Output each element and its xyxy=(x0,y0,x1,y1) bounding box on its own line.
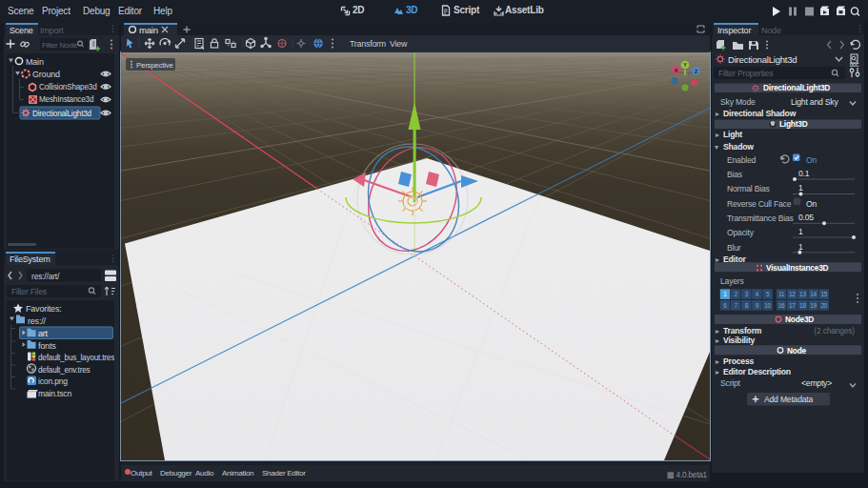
svg-text:▸: ▸ xyxy=(716,131,719,139)
svg-text:res://: res:// xyxy=(28,316,47,326)
svg-text:main.tscn: main.tscn xyxy=(38,389,71,398)
svg-text:Enabled: Enabled xyxy=(727,155,757,165)
svg-text:Script: Script xyxy=(720,378,741,388)
svg-text:Blur: Blur xyxy=(727,243,741,253)
svg-text:▸: ▸ xyxy=(716,368,719,376)
svg-text:Light: Light xyxy=(723,130,742,139)
svg-text:Light and Sky: Light and Sky xyxy=(791,97,838,107)
svg-text:default_env.tres: default_env.tres xyxy=(38,366,91,375)
svg-text:▸: ▸ xyxy=(716,110,719,118)
svg-text:▸: ▸ xyxy=(716,357,719,366)
svg-text:16: 16 xyxy=(778,302,785,309)
svg-text:Layers: Layers xyxy=(720,276,744,286)
svg-text:Transform: Transform xyxy=(723,326,762,336)
svg-text:Light3D: Light3D xyxy=(779,119,808,129)
svg-text:Process: Process xyxy=(723,356,754,366)
svg-text:1: 1 xyxy=(798,242,803,252)
svg-text:▸: ▸ xyxy=(716,255,719,264)
svg-text:13: 13 xyxy=(799,291,806,297)
svg-text:Editor Description: Editor Description xyxy=(723,367,791,376)
svg-text:default_bus_layout.tres: default_bus_layout.tres xyxy=(38,354,114,362)
svg-text:Reverse Cull Face: Reverse Cull Face xyxy=(727,199,792,209)
svg-text:▾: ▾ xyxy=(715,143,718,152)
svg-text:12: 12 xyxy=(789,291,796,297)
svg-text:15: 15 xyxy=(820,291,827,297)
svg-text:Y: Y xyxy=(683,62,687,68)
svg-text:Opacity: Opacity xyxy=(727,228,755,237)
svg-text:X: X xyxy=(675,68,678,73)
svg-text:Filter Node: Filter Node xyxy=(42,41,78,50)
svg-text:▸: ▸ xyxy=(716,336,719,345)
svg-text:main: main xyxy=(139,25,158,35)
svg-text:Ground: Ground xyxy=(32,70,60,79)
svg-text:Filter Properties: Filter Properties xyxy=(718,69,773,78)
svg-text:17: 17 xyxy=(789,302,796,309)
svg-text:<empty>: <empty> xyxy=(801,378,832,388)
svg-text:Add Metadata: Add Metadata xyxy=(764,395,814,404)
svg-text:Directional Shadow: Directional Shadow xyxy=(723,109,797,118)
svg-text:Filter Files: Filter Files xyxy=(11,287,47,296)
svg-text:Visibility: Visibility xyxy=(723,336,756,345)
svg-text:Normal Bias: Normal Bias xyxy=(727,184,770,193)
svg-text:VisualInstance3D: VisualInstance3D xyxy=(766,263,829,273)
svg-text:art: art xyxy=(38,329,49,338)
svg-text:Main: Main xyxy=(26,57,44,67)
svg-text:Transform: Transform xyxy=(350,39,386,49)
svg-text:Z: Z xyxy=(695,69,698,74)
svg-text:View: View xyxy=(390,39,408,49)
svg-text:Favorites:: Favorites: xyxy=(26,304,62,314)
svg-text:icon.png: icon.png xyxy=(38,376,68,386)
svg-text:(2 changes): (2 changes) xyxy=(814,326,855,336)
svg-text:On: On xyxy=(806,199,817,209)
svg-text:CollisionShape3d: CollisionShape3d xyxy=(39,83,97,92)
svg-text:11: 11 xyxy=(778,291,785,297)
svg-text:0.1: 0.1 xyxy=(798,169,810,178)
svg-text:Bias: Bias xyxy=(727,170,742,179)
svg-text:Transmittance Bias: Transmittance Bias xyxy=(727,214,794,223)
svg-text:DirectionalLight3d: DirectionalLight3d xyxy=(32,110,92,118)
svg-text:1: 1 xyxy=(798,227,803,236)
svg-text:MeshInstance3d: MeshInstance3d xyxy=(39,95,94,104)
svg-text:▸: ▸ xyxy=(716,327,719,336)
svg-text:19: 19 xyxy=(810,302,817,309)
svg-text:DirectionalLight3d: DirectionalLight3d xyxy=(728,54,797,65)
svg-text:0.05: 0.05 xyxy=(798,213,814,222)
svg-text:1: 1 xyxy=(798,183,803,193)
svg-text:res://art/: res://art/ xyxy=(31,272,60,281)
svg-text:fonts: fonts xyxy=(38,341,56,351)
svg-text:On: On xyxy=(806,155,817,165)
svg-text:Node3D: Node3D xyxy=(785,315,814,324)
svg-text:Editor: Editor xyxy=(723,254,746,264)
svg-text:18: 18 xyxy=(799,302,806,309)
svg-text:14: 14 xyxy=(810,291,817,297)
svg-text:Node: Node xyxy=(787,346,807,356)
svg-text:DOC: DOC xyxy=(850,63,859,68)
svg-text:20: 20 xyxy=(820,302,827,309)
svg-text:Shadow: Shadow xyxy=(723,142,754,152)
svg-text:Perspective: Perspective xyxy=(136,61,173,70)
svg-text:Sky Mode: Sky Mode xyxy=(720,97,756,107)
svg-text:10: 10 xyxy=(764,302,771,309)
svg-text:DirectionalLight3D: DirectionalLight3D xyxy=(763,83,830,92)
